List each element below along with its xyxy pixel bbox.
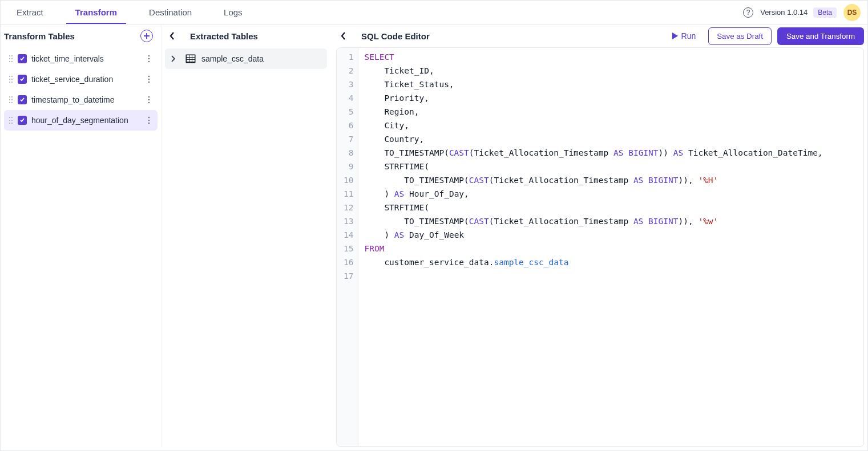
svg-rect-45 [192, 60, 195, 62]
svg-rect-38 [189, 55, 192, 57]
svg-point-10 [11, 76, 13, 77]
svg-point-4 [9, 61, 10, 62]
row-menu-icon[interactable] [144, 55, 154, 63]
table-icon [185, 54, 196, 63]
sql-editor-panel: SQL Code Editor Run Save as Draft Save a… [330, 25, 864, 447]
svg-rect-42 [192, 58, 195, 59]
svg-point-0 [9, 55, 10, 56]
svg-point-7 [148, 58, 150, 60]
collapse-extracted-panel-button[interactable] [165, 29, 180, 43]
help-icon[interactable]: ? [743, 7, 753, 18]
collapse-editor-button[interactable] [336, 29, 351, 43]
transform-table-label: hour_of_day_segmentation [31, 116, 144, 125]
svg-point-29 [9, 120, 10, 121]
svg-rect-39 [192, 55, 195, 57]
svg-point-18 [9, 96, 10, 97]
svg-point-22 [9, 102, 10, 103]
svg-point-11 [9, 79, 10, 80]
svg-point-23 [11, 102, 13, 103]
svg-rect-41 [189, 58, 192, 59]
svg-point-16 [148, 79, 150, 80]
top-tabs: Extract Transform Destination Logs [1, 1, 259, 24]
drag-handle-icon[interactable] [7, 55, 14, 63]
svg-point-34 [148, 120, 150, 121]
tab-extract[interactable]: Extract [1, 1, 59, 24]
svg-rect-37 [187, 55, 189, 57]
transform-table-row[interactable]: timestamp_to_datetime [4, 90, 158, 110]
version-label: Version 1.0.14 [760, 8, 808, 17]
code-content[interactable]: SELECT Ticket_ID, Ticket_Status, Priorit… [358, 48, 863, 446]
transform-tables-title: Transform Tables [4, 31, 140, 41]
checkbox-checked[interactable] [18, 95, 27, 104]
svg-point-21 [11, 99, 13, 100]
svg-point-20 [9, 99, 10, 100]
extracted-tables-title: Extracted Tables [190, 31, 326, 41]
checkbox-checked[interactable] [18, 116, 27, 125]
transform-table-label: timestamp_to_datetime [31, 95, 144, 104]
svg-point-13 [9, 82, 10, 83]
line-gutter: 1234567891011121314151617 [337, 48, 358, 446]
svg-point-15 [148, 76, 150, 78]
add-transform-table-button[interactable] [140, 30, 153, 42]
svg-point-19 [11, 96, 13, 97]
checkbox-checked[interactable] [18, 54, 27, 63]
sql-editor-title: SQL Code Editor [361, 31, 665, 41]
chevron-right-icon[interactable] [171, 55, 180, 62]
row-menu-icon[interactable] [144, 116, 154, 124]
drag-handle-icon[interactable] [7, 96, 14, 104]
topbar: Extract Transform Destination Logs ? Ver… [1, 1, 867, 25]
beta-badge: Beta [813, 7, 837, 18]
transform-table-row[interactable]: ticket_time_intervals [4, 48, 158, 69]
svg-point-31 [9, 123, 10, 124]
transform-table-row[interactable]: hour_of_day_segmentation [4, 110, 158, 131]
svg-point-28 [11, 117, 13, 118]
svg-point-33 [148, 117, 150, 119]
code-editor[interactable]: 1234567891011121314151617 SELECT Ticket_… [336, 47, 864, 447]
tab-destination[interactable]: Destination [133, 1, 208, 24]
row-menu-icon[interactable] [144, 96, 154, 104]
svg-rect-44 [189, 60, 192, 62]
drag-handle-icon[interactable] [7, 116, 14, 124]
save-as-draft-button[interactable]: Save as Draft [708, 27, 772, 45]
transform-table-label: ticket_time_intervals [31, 54, 144, 63]
svg-rect-40 [187, 58, 189, 59]
svg-point-9 [9, 76, 10, 77]
tab-transform[interactable]: Transform [59, 1, 133, 24]
svg-point-2 [9, 58, 10, 59]
svg-point-32 [11, 123, 13, 124]
svg-point-6 [148, 55, 150, 57]
chevron-left-icon [169, 32, 175, 40]
svg-point-25 [148, 99, 150, 101]
transform-tables-panel: Transform Tables ticket_time_intervals t… [1, 25, 162, 447]
svg-point-27 [9, 117, 10, 118]
svg-point-1 [11, 55, 13, 56]
svg-rect-43 [187, 60, 189, 62]
tab-logs[interactable]: Logs [208, 1, 259, 24]
run-button[interactable]: Run [665, 28, 703, 44]
chevron-left-icon [341, 32, 346, 40]
svg-point-17 [148, 82, 150, 83]
svg-point-26 [148, 102, 150, 104]
row-menu-icon[interactable] [144, 75, 154, 83]
svg-point-8 [148, 61, 150, 63]
drag-handle-icon[interactable] [7, 75, 14, 83]
svg-point-35 [148, 123, 150, 124]
checkbox-checked[interactable] [18, 75, 27, 84]
transform-table-row[interactable]: ticket_service_duration [4, 69, 158, 90]
save-and-transform-button[interactable]: Save and Transform [777, 27, 864, 45]
plus-icon [144, 33, 150, 39]
transform-table-label: ticket_service_duration [31, 75, 144, 84]
svg-point-24 [148, 96, 150, 98]
svg-point-30 [11, 120, 13, 121]
play-icon [672, 32, 678, 39]
avatar[interactable]: DS [843, 4, 861, 21]
svg-point-14 [11, 82, 13, 83]
extracted-table-label: sample_csc_data [201, 54, 264, 63]
svg-point-12 [11, 79, 13, 80]
extracted-tables-panel: Extracted Tables sample_csc_data [162, 25, 330, 447]
extracted-table-row[interactable]: sample_csc_data [165, 48, 327, 69]
svg-point-3 [11, 58, 13, 59]
svg-point-5 [11, 61, 13, 62]
